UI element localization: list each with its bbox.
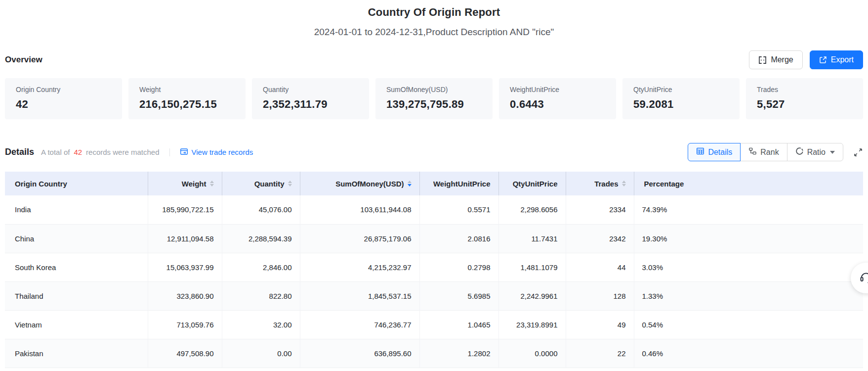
stat-card-value: 0.6443 xyxy=(510,98,605,111)
table-row-china: China12,911,094.582,288,594.3926,875,179… xyxy=(5,224,863,253)
column-header-weightunitprice: WeightUnitPrice xyxy=(419,172,498,195)
sort-icon[interactable] xyxy=(408,181,412,186)
view-toggle-label: Rank xyxy=(760,148,779,157)
rank-icon xyxy=(748,147,757,157)
cell-sumofmoney-usd: 26,875,179.06 xyxy=(300,224,419,253)
stat-card-label: SumOfMoney(USD) xyxy=(386,86,482,93)
cell-qtyunitprice: 0.0000 xyxy=(498,339,566,368)
headset-icon xyxy=(859,270,868,286)
cell-percentage: 0.46% xyxy=(634,339,863,368)
cell-trades: 22 xyxy=(566,339,634,368)
table-row-vietnam: Vietnam713,059.7632.00746,236.771.046523… xyxy=(5,310,863,339)
page-title: Country Of Origin Report xyxy=(0,6,868,19)
stat-card-quantity: Quantity2,352,311.79 xyxy=(252,78,369,119)
stat-card-label: WeightUnitPrice xyxy=(510,86,605,93)
cell-trades: 2334 xyxy=(566,195,634,224)
cell-trades: 2342 xyxy=(566,224,634,253)
stat-card-trades: Trades5,527 xyxy=(746,78,863,119)
cell-qtyunitprice: 2,242.9961 xyxy=(498,281,566,310)
match-total-count: 42 xyxy=(74,148,82,156)
cell-sumofmoney-usd: 746,236.77 xyxy=(300,310,419,339)
column-header-label: Weight xyxy=(182,180,207,188)
merge-icon xyxy=(758,56,767,64)
match-total-prefix: A total of xyxy=(41,148,70,156)
view-toggle-rank[interactable]: Rank xyxy=(740,143,787,161)
cell-quantity: 0.00 xyxy=(222,339,300,368)
cell-weightunitprice: 0.2798 xyxy=(419,253,498,281)
stat-card-origin-country: Origin Country42 xyxy=(5,78,122,119)
sort-icon[interactable] xyxy=(622,181,626,186)
overview-topbar: Overview Merge Export xyxy=(0,50,868,69)
view-toggle-label: Details xyxy=(708,148,732,157)
stat-card-value: 59.2081 xyxy=(633,98,729,111)
cell-trades: 49 xyxy=(566,310,634,339)
stat-card-label: Origin Country xyxy=(16,86,111,93)
cell-trades: 44 xyxy=(566,253,634,281)
column-header-label: QtyUnitPrice xyxy=(513,180,558,188)
cell-percentage: 0.54% xyxy=(634,310,863,339)
page-subtitle: 2024-01-01 to 2024-12-31,Product Descrip… xyxy=(0,27,868,38)
cell-percentage: 74.39% xyxy=(634,195,863,224)
column-header-quantity[interactable]: Quantity xyxy=(222,172,300,195)
details-bar: Details A total of 42 records were match… xyxy=(0,143,868,161)
table-body: India185,990,722.1545,076.00103,611,944.… xyxy=(5,195,863,368)
cell-weight: 323,860.90 xyxy=(148,281,222,310)
cell-weightunitprice: 1.0465 xyxy=(419,310,498,339)
country-origin-report-page: Country Of Origin Report 2024-01-01 to 2… xyxy=(0,0,868,371)
view-toggle-ratio[interactable]: Ratio xyxy=(787,143,843,161)
column-header-trades[interactable]: Trades xyxy=(566,172,634,195)
cell-qtyunitprice: 1,481.1079 xyxy=(498,253,566,281)
stat-card-value: 139,275,795.89 xyxy=(386,98,482,111)
cell-percentage: 3.03% xyxy=(634,253,863,281)
view-toggle-label: Ratio xyxy=(807,148,826,157)
cell-origin-country: Vietnam xyxy=(5,310,148,339)
cell-weightunitprice: 0.5571 xyxy=(419,195,498,224)
cell-origin-country: South Korea xyxy=(5,253,148,281)
cell-origin-country: Thailand xyxy=(5,281,148,310)
view-mode-switcher: DetailsRankRatio xyxy=(688,143,843,161)
cell-trades: 128 xyxy=(566,281,634,310)
merge-button[interactable]: Merge xyxy=(749,50,802,69)
cell-sumofmoney-usd: 1,845,537.15 xyxy=(300,281,419,310)
cell-quantity: 45,076.00 xyxy=(222,195,300,224)
export-button[interactable]: Export xyxy=(810,50,863,69)
column-header-label: Trades xyxy=(594,180,618,188)
sort-icon[interactable] xyxy=(210,181,214,186)
cell-sumofmoney-usd: 636,895.60 xyxy=(300,339,419,368)
view-trade-records-link[interactable]: View trade records xyxy=(180,147,253,157)
stat-card-value: 2,352,311.79 xyxy=(263,98,358,111)
stat-card-value: 216,150,275.15 xyxy=(139,98,235,111)
cell-quantity: 822.80 xyxy=(222,281,300,310)
stat-card-label: Quantity xyxy=(263,86,358,93)
view-toggle-details[interactable]: Details xyxy=(688,143,741,161)
cell-weight: 15,063,937.99 xyxy=(148,253,222,281)
details-table: Origin CountryWeightQuantitySumOfMoney(U… xyxy=(5,172,863,368)
cell-percentage: 19.30% xyxy=(634,224,863,253)
trade-records-icon xyxy=(180,147,188,157)
column-header-label: Quantity xyxy=(254,180,285,188)
match-total-suffix: records were matched xyxy=(86,148,159,156)
vertical-divider xyxy=(169,148,170,156)
stat-card-label: Weight xyxy=(139,86,235,93)
ratio-icon xyxy=(795,147,804,157)
column-header-sumofmoney-usd[interactable]: SumOfMoney(USD) xyxy=(300,172,419,195)
cell-quantity: 2,288,594.39 xyxy=(222,224,300,253)
cell-origin-country: China xyxy=(5,224,148,253)
cell-weight: 185,990,722.15 xyxy=(148,195,222,224)
stat-card-value: 5,527 xyxy=(757,98,852,111)
column-header-origin-country: Origin Country xyxy=(5,172,148,195)
column-header-label: Origin Country xyxy=(15,180,67,188)
cell-qtyunitprice: 23,319.8991 xyxy=(498,310,566,339)
cell-weightunitprice: 2.0816 xyxy=(419,224,498,253)
sort-icon[interactable] xyxy=(288,181,292,186)
cell-quantity: 32.00 xyxy=(222,310,300,339)
topbar-actions: Merge Export xyxy=(749,50,863,69)
fullscreen-icon[interactable] xyxy=(853,147,863,157)
stat-card-qtyunitprice: QtyUnitPrice59.2081 xyxy=(622,78,740,119)
details-section-title: Details xyxy=(5,147,34,157)
stat-card-label: Trades xyxy=(757,86,852,93)
column-header-weight[interactable]: Weight xyxy=(148,172,222,195)
stat-card-sumofmoney-usd: SumOfMoney(USD)139,275,795.89 xyxy=(375,78,493,119)
view-trade-records-label: View trade records xyxy=(192,148,253,156)
cell-weightunitprice: 1.2802 xyxy=(419,339,498,368)
